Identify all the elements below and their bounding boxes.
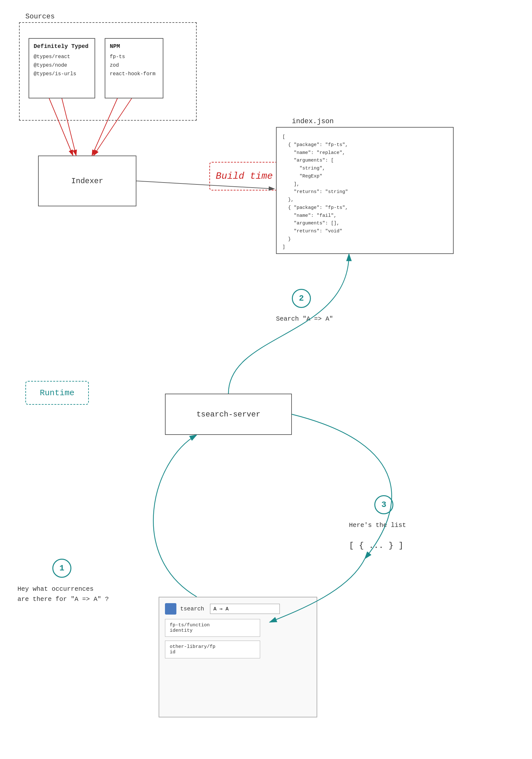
npm-item-2: zod — [110, 61, 158, 70]
json-content: [ { "package": "fp-ts", "name": "replace… — [282, 133, 447, 251]
circle-3: 3 — [374, 495, 393, 514]
tsearch-result-1: fp-ts/function identity — [165, 619, 260, 637]
tsearch-ui-box: tsearch fp-ts/function identity other-li… — [159, 597, 317, 717]
result-2-package: other-library/fp — [170, 644, 255, 650]
heres-the-list-annotation: Here's the list — [349, 521, 406, 530]
build-time-label: Build time — [216, 171, 273, 181]
dt-item-3: @types/is-urls — [34, 70, 90, 78]
tsearch-server-box: tsearch-server — [165, 394, 292, 435]
circle-2: 2 — [292, 289, 311, 308]
npm-content: fp-ts zod react-hook-form — [110, 53, 158, 79]
tsearch-server-label: tsearch-server — [196, 410, 260, 419]
question-annotation: Hey what occurrences are there for "A =>… — [18, 584, 109, 604]
dt-item-1: @types/react — [34, 53, 90, 61]
tsearch-ui-icon — [165, 603, 176, 615]
npm-item-3: react-hook-form — [110, 70, 158, 78]
build-time-box: Build time — [209, 162, 279, 190]
dt-item-2: @types/node — [34, 61, 90, 70]
circle-1: 1 — [52, 559, 71, 578]
runtime-label: Runtime — [40, 388, 74, 398]
npm-title: NPM — [110, 43, 158, 50]
result-1-name: identity — [170, 628, 255, 633]
index-json-box: [ { "package": "fp-ts", "name": "replace… — [276, 127, 454, 254]
definitely-typed-box: Definitely Typed @types/react @types/nod… — [28, 38, 95, 99]
list-notation: [ { ... } ] — [349, 539, 403, 552]
result-2-name: id — [170, 650, 255, 655]
tsearch-result-2: other-library/fp id — [165, 641, 260, 659]
npm-item-1: fp-ts — [110, 53, 158, 61]
runtime-box: Runtime — [25, 381, 89, 405]
diagram-container: Sources Definitely Typed @types/react @t… — [0, 0, 532, 759]
tsearch-ui-header: tsearch — [165, 603, 311, 615]
sources-label: Sources — [25, 13, 55, 20]
index-json-label: index.json — [292, 117, 334, 125]
npm-box: NPM fp-ts zod react-hook-form — [105, 38, 163, 99]
definitely-typed-content: @types/react @types/node @types/is-urls — [34, 53, 90, 79]
search-annotation: Search "A => A" — [276, 314, 333, 324]
tsearch-app-name: tsearch — [180, 606, 204, 612]
indexer-label: Indexer — [71, 177, 103, 185]
tsearch-search-input[interactable] — [210, 604, 280, 614]
indexer-box: Indexer — [38, 156, 136, 206]
definitely-typed-title: Definitely Typed — [34, 43, 90, 50]
result-1-package: fp-ts/function — [170, 622, 255, 628]
